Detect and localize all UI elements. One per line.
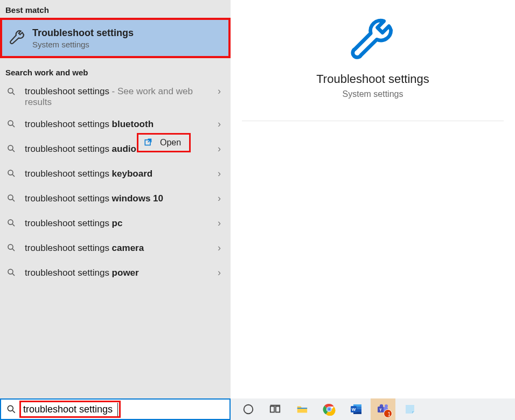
cortana-icon[interactable] [236, 398, 261, 420]
wrench-icon [8, 29, 27, 48]
suggestion-item[interactable]: troubleshoot settings audio › [0, 136, 231, 161]
teams-badge: 1 [387, 411, 391, 417]
search-icon [5, 217, 17, 229]
svg-point-2 [8, 121, 13, 125]
sticky-notes-icon[interactable] [398, 398, 422, 420]
word-icon[interactable]: W [344, 398, 368, 420]
search-box[interactable] [0, 398, 231, 420]
detail-hero: Troubleshoot settings System settings [231, 0, 515, 99]
best-match-item[interactable]: Troubleshoot settings System settings [0, 18, 231, 58]
detail-pane: Troubleshoot settings System settings Op… [231, 0, 515, 398]
svg-point-0 [8, 88, 13, 93]
svg-line-13 [12, 249, 15, 251]
svg-line-5 [12, 150, 15, 152]
search-icon [5, 192, 17, 204]
suggestion-text: troubleshoot settings windows 10 [25, 193, 163, 204]
suggestion-item[interactable]: troubleshoot settings windows 10 › [0, 186, 231, 211]
task-view-icon[interactable] [263, 398, 288, 420]
open-action[interactable]: Open [137, 133, 191, 152]
chevron-right-icon[interactable]: › [218, 86, 224, 97]
svg-text:W: W [352, 407, 356, 412]
suggestion-item[interactable]: troubleshoot settings camera › [0, 235, 231, 260]
search-web-header: Search work and web [0, 58, 231, 80]
detail-title: Troubleshoot settings [316, 72, 429, 86]
best-match-header: Best match [0, 0, 231, 18]
best-match-title: Troubleshoot settings [32, 27, 134, 39]
chevron-right-icon[interactable]: › [218, 267, 224, 278]
detail-subtitle: System settings [343, 89, 403, 99]
open-label: Open [160, 138, 181, 148]
suggestion-text: troubleshoot settings camera [25, 242, 144, 254]
open-icon [144, 138, 154, 148]
svg-point-6 [8, 170, 13, 175]
suggestion-text: troubleshoot settings power [25, 267, 139, 278]
search-icon [5, 403, 17, 415]
taskbar: W T 1 [0, 398, 515, 420]
suggestion-text: troubleshoot settings bluetooth [25, 118, 154, 130]
best-match-subtitle: System settings [32, 40, 134, 49]
search-icon [5, 242, 17, 254]
search-results-pane: Best match Troubleshoot settings System … [0, 0, 231, 398]
wrench-icon [349, 15, 397, 64]
suggestion-item[interactable]: troubleshoot settings pc › [0, 211, 231, 235]
svg-point-35 [385, 404, 388, 408]
svg-line-1 [12, 93, 15, 95]
svg-point-4 [8, 145, 13, 150]
svg-point-26 [328, 408, 331, 411]
chevron-right-icon[interactable]: › [218, 118, 224, 130]
search-icon [5, 86, 17, 97]
chevron-right-icon[interactable]: › [218, 168, 224, 179]
file-explorer-icon[interactable] [290, 398, 315, 420]
search-input[interactable] [21, 403, 118, 416]
teams-icon[interactable]: T 1 [371, 398, 395, 420]
svg-line-15 [12, 274, 15, 276]
svg-line-18 [13, 411, 15, 413]
search-icon [5, 143, 17, 155]
chevron-right-icon[interactable]: › [218, 242, 224, 254]
svg-line-7 [12, 174, 15, 177]
search-icon [5, 118, 17, 130]
best-match-text: Troubleshoot settings System settings [32, 27, 134, 49]
svg-rect-20 [270, 407, 274, 412]
suggestion-item[interactable]: troubleshoot settings - See work and web… [0, 80, 231, 111]
chrome-icon[interactable] [317, 398, 342, 420]
suggestion-text: troubleshoot settings audio [25, 143, 136, 155]
svg-text:T: T [379, 408, 382, 412]
search-icon [5, 167, 17, 179]
suggestion-item[interactable]: troubleshoot settings keyboard › [0, 161, 231, 186]
search-icon [5, 267, 17, 278]
chevron-right-icon[interactable]: › [218, 193, 224, 204]
taskbar-apps: W T 1 [231, 398, 515, 420]
svg-point-14 [8, 269, 13, 274]
suggestion-text: troubleshoot settings pc [25, 218, 122, 229]
svg-line-3 [12, 125, 15, 127]
suggestion-text: troubleshoot settings keyboard [25, 168, 152, 179]
suggestion-item[interactable]: troubleshoot settings power › [0, 260, 231, 285]
svg-line-11 [12, 224, 15, 226]
chevron-right-icon[interactable]: › [218, 218, 224, 229]
svg-point-8 [8, 195, 13, 200]
chevron-right-icon[interactable]: › [218, 143, 224, 155]
svg-point-19 [244, 405, 253, 414]
svg-point-17 [8, 405, 13, 411]
suggestion-text: troubleshoot settings - See work and web… [25, 86, 197, 108]
svg-line-9 [12, 199, 15, 201]
svg-rect-21 [276, 407, 280, 412]
svg-point-12 [8, 244, 13, 249]
svg-point-10 [8, 220, 13, 225]
suggestion-item[interactable]: troubleshoot settings bluetooth › [0, 111, 231, 136]
